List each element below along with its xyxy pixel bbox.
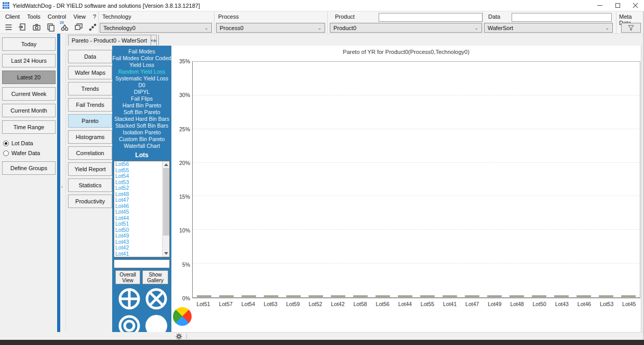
radio-lot-data[interactable]: Lot Data [3, 140, 33, 146]
scroll-thumb[interactable] [163, 168, 169, 236]
bar-lot51[interactable] [197, 296, 211, 297]
export-report-icon[interactable] [17, 22, 28, 32]
analysis-tab-pareto[interactable]: Pareto [68, 114, 112, 128]
process-dropdown[interactable]: Process0⌄ [216, 23, 325, 33]
menu-item-view[interactable]: View [71, 12, 91, 21]
pen-dots-icon[interactable] [87, 22, 98, 32]
circle-x-icon[interactable] [144, 286, 169, 311]
bar-lot58[interactable] [354, 296, 367, 297]
minimize-button[interactable] [591, 0, 609, 11]
bar-lot63[interactable] [264, 296, 278, 297]
bar-lot49[interactable] [488, 296, 501, 297]
chart-type-yield-loss[interactable]: Yield Loss [112, 62, 171, 68]
bar-lot43[interactable] [555, 296, 568, 297]
menu-item-tools[interactable]: Tools [25, 12, 46, 21]
bar-lot45[interactable] [622, 296, 635, 297]
sidebar-button-latest-20[interactable]: Latest 20 [2, 71, 56, 84]
chart-type-hard-bin-pareto[interactable]: Hard Bin Pareto [112, 102, 171, 109]
data-search-input[interactable] [512, 13, 612, 22]
bar-lot59[interactable] [287, 296, 300, 297]
gear-icon[interactable] [176, 333, 182, 340]
chart-type-waterfall-chart[interactable]: Waterfall Chart [112, 143, 171, 149]
latest-20-icon[interactable]: 20 [59, 22, 70, 32]
sidebar-button-last-24-hours[interactable]: Last 24 Hours [2, 54, 56, 67]
sidebar-button-today[interactable]: Today [2, 37, 56, 51]
lot-item-lot41[interactable]: Lot41 [114, 251, 169, 257]
data-dropdown[interactable]: WaferSort⌄ [484, 23, 613, 33]
bar-lot56[interactable] [376, 296, 390, 297]
camera-icon[interactable] [31, 22, 42, 32]
technology-dropdown[interactable]: Technology0⌄ [100, 23, 212, 33]
lot-item-lot52[interactable]: Lot52 [114, 185, 169, 191]
bar-lot50[interactable] [532, 296, 546, 297]
menu-lines-icon[interactable] [3, 22, 14, 32]
bar-lot53[interactable] [599, 296, 613, 297]
lot-item-lot47[interactable]: Lot47 [114, 197, 169, 203]
chart-type-custom-bin-pareto[interactable]: Custom Bin Pareto [112, 136, 171, 143]
radio-wafer-data[interactable]: Wafer Data [3, 150, 40, 156]
lot-item-lot45[interactable]: Lot45 [114, 209, 169, 215]
product-dropdown[interactable]: Product0⌄ [330, 23, 482, 33]
collapse-arrow-icon[interactable]: ‹ [61, 184, 63, 189]
show-gallery-button[interactable]: Show Gallery [142, 270, 168, 284]
chart-type-soft-bin-pareto[interactable]: Soft Bin Pareto [112, 109, 171, 116]
menu-item--[interactable]: ? [91, 12, 101, 21]
sidebar-button-time-range[interactable]: Time Range [2, 120, 56, 134]
bar-lot46[interactable] [577, 296, 591, 297]
analysis-tab-statistics[interactable]: Statistics [68, 178, 112, 192]
menu-item-control[interactable]: Control [46, 12, 71, 21]
lot-item-lot42[interactable]: Lot42 [114, 245, 169, 251]
analysis-tab-trends[interactable]: Trends [68, 82, 112, 95]
maximize-button[interactable] [609, 0, 626, 11]
tab-pareto-product0-wafersort[interactable]: Pareto - Product0 - WaferSort × [68, 35, 157, 46]
circle-cross-icon[interactable] [117, 286, 142, 311]
bar-lot47[interactable] [465, 296, 479, 297]
sidebar-button-current-week[interactable]: Current Week [2, 87, 56, 101]
pie-chart-icon[interactable] [173, 307, 192, 326]
analysis-tab-fail-trends[interactable]: Fail Trends [68, 98, 112, 112]
bar-lot55[interactable] [421, 296, 434, 297]
scroll-up-icon[interactable] [164, 163, 168, 166]
bar-lot44[interactable] [398, 296, 412, 297]
analysis-tab-yield-report[interactable]: Yield Report [68, 162, 112, 176]
analysis-tab-productivity[interactable]: Productivity [68, 195, 112, 208]
analysis-tab-data[interactable]: Data [68, 50, 112, 63]
meta-data-filter-button[interactable] [621, 23, 641, 33]
chart-type-stacked-hard-bin-bars[interactable]: Stacked Hard Bin Bars [112, 116, 171, 122]
chart-type-d0[interactable]: D0 [112, 82, 171, 89]
chart-type-random-yield-loss[interactable]: Random Yield Loss [112, 68, 171, 75]
chart-type-isolation-pareto[interactable]: Isolation Pareto [112, 129, 171, 136]
scroll-down-icon[interactable] [164, 252, 168, 255]
bar-lot52[interactable] [309, 296, 323, 297]
lot-item-lot54[interactable]: Lot54 [114, 173, 169, 180]
menu-item-client[interactable]: Client [3, 12, 25, 21]
sidebar-button-current-month[interactable]: Current Month [2, 104, 56, 117]
lot-item-lot49[interactable]: Lot49 [114, 233, 169, 239]
define-groups-button[interactable]: Define Groups [2, 161, 56, 175]
lots-listbox[interactable]: Lot56Lot55Lot54Lot53Lot52Lot48Lot47Lot46… [114, 161, 170, 257]
bar-lot42[interactable] [331, 296, 345, 297]
chart-type-stacked-soft-bin-bars[interactable]: Stacked Soft Bin Bars [112, 122, 171, 129]
chart-type-dipyl[interactable]: DIPYL [112, 89, 171, 95]
cascade-windows-icon[interactable] [73, 22, 84, 32]
lot-item-lot56[interactable]: Lot56 [114, 161, 169, 168]
chart-type-fail-modes[interactable]: Fail Modes [112, 48, 171, 55]
lots-scrollbar[interactable] [162, 161, 169, 257]
bar-lot57[interactable] [220, 296, 233, 297]
add-tab-button[interactable]: + [151, 35, 159, 45]
bar-lot54[interactable] [242, 296, 256, 297]
chart-type-fail-flips[interactable]: Fail Flips [112, 95, 171, 102]
analysis-tab-histograms[interactable]: Histograms [68, 130, 112, 144]
copy-pages-icon[interactable] [45, 22, 56, 32]
lots-filter-input[interactable] [114, 259, 170, 268]
lot-item-lot51[interactable]: Lot51 [114, 221, 169, 227]
product-search-input[interactable] [379, 13, 482, 22]
chart-type-systematic-yield-loss[interactable]: Systematic Yield Loss [112, 75, 171, 82]
chart-type-fail-modes-color-coded[interactable]: Fail Modes Color Coded [112, 55, 171, 62]
analysis-tab-wafer-maps[interactable]: Wafer Maps [68, 66, 112, 79]
analysis-tab-correlation[interactable]: Correlation [68, 146, 112, 160]
bar-lot41[interactable] [443, 296, 457, 297]
overall-view-button[interactable]: Overall View [115, 270, 140, 284]
close-button[interactable] [626, 0, 644, 11]
bar-lot48[interactable] [510, 296, 524, 297]
